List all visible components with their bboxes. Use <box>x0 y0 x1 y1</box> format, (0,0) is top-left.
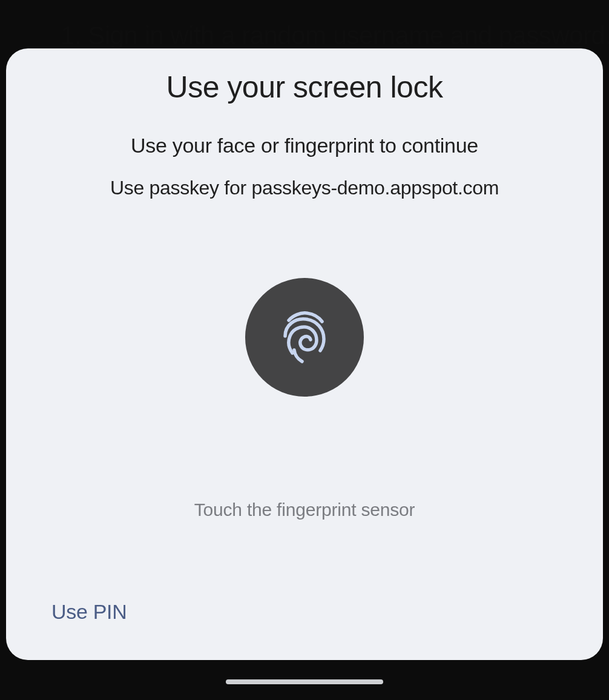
dialog-title: Use your screen lock <box>166 70 443 105</box>
system-navigation-bar <box>0 664 609 700</box>
fingerprint-instruction: Touch the fingerprint sensor <box>194 500 415 520</box>
gesture-nav-handle[interactable] <box>226 679 383 684</box>
use-pin-button[interactable]: Use PIN <box>51 600 127 624</box>
biometric-auth-dialog: Use your screen lock Use your face or fi… <box>6 48 603 660</box>
passkey-domain-text: Use passkey for passkeys-demo.appspot.co… <box>110 177 499 199</box>
fingerprint-icon <box>274 307 335 368</box>
dialog-subtitle: Use your face or fingerprint to continue <box>131 134 478 157</box>
fingerprint-sensor-button[interactable] <box>245 278 364 397</box>
